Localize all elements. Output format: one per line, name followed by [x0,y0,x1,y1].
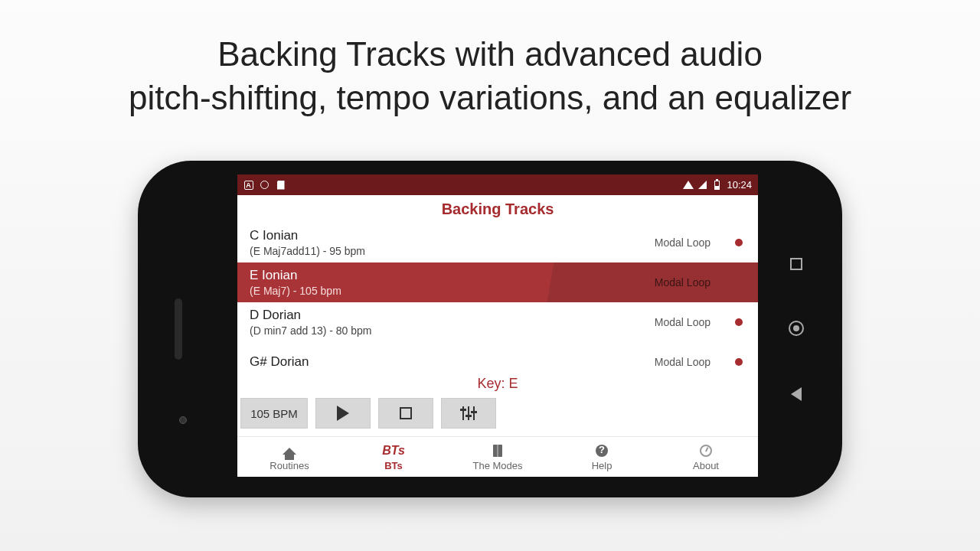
bts-icon: BTs [382,444,405,458]
clock-icon [700,443,712,458]
track-title: C Ionian [250,228,655,243]
recent-apps-button[interactable] [790,258,802,270]
equalizer-icon [462,406,475,420]
phone-frame: A 10:24 Backing Tracks C Ionian (E Maj7a… [138,161,842,497]
track-row[interactable]: G# Dorian Modal Loop [237,342,758,373]
status-bar: A 10:24 [237,174,758,195]
track-title: D Dorian [250,308,655,323]
record-dot-icon [735,358,743,366]
app-screen: A 10:24 Backing Tracks C Ionian (E Maj7a… [237,174,758,477]
home-icon [283,443,296,458]
status-time: 10:24 [727,179,752,191]
headline-line1: Backing Tracks with advanced audio [217,35,763,73]
nav-bts[interactable]: BTs BTs [341,437,446,477]
bpm-button[interactable]: 105 BPM [240,398,308,429]
stop-button[interactable] [378,398,433,429]
book-icon [493,443,502,458]
headline-line2: pitch-shifting, tempo variations, and an… [129,79,851,116]
track-tag: Modal Loop [655,356,710,368]
key-label: Key: E [237,373,758,398]
help-icon [596,443,608,458]
play-button[interactable] [315,398,371,429]
keyboard-icon: A [243,180,253,190]
track-subtitle: (E Maj7) - 105 bpm [250,285,655,297]
equalizer-button[interactable] [441,398,496,429]
track-tag: Modal Loop [655,316,710,328]
battery-icon [712,180,722,190]
record-dot-icon [735,318,743,326]
home-button[interactable] [789,321,804,336]
nav-modes[interactable]: The Modes [446,437,550,477]
signal-icon [697,180,707,190]
app-header: Backing Tracks [237,195,758,223]
front-camera [179,416,187,424]
track-row-selected[interactable]: E Ionian (E Maj7) - 105 bpm Modal Loop [237,262,758,302]
track-list[interactable]: C Ionian (E Maj7add11) - 95 bpm Modal Lo… [237,223,758,373]
play-icon [337,406,349,421]
track-row[interactable]: C Ionian (E Maj7add11) - 95 bpm Modal Lo… [237,223,758,262]
playback-controls: 105 BPM [237,398,758,436]
promo-headline: Backing Tracks with advanced audio pitch… [0,0,980,119]
nav-label: The Modes [472,460,522,471]
wifi-icon [683,180,693,190]
nav-help[interactable]: Help [550,437,654,477]
stop-icon [400,407,412,419]
nav-label: Help [592,460,612,471]
track-subtitle: (D min7 add 13) - 80 bpm [250,324,655,337]
android-nav-buttons [773,161,819,497]
track-title: G# Dorian [250,354,655,370]
nav-label: BTs [384,460,403,471]
speaker-slot [175,298,182,360]
record-dot-icon [735,239,743,246]
nav-about[interactable]: About [654,437,758,477]
track-title: E Ionian [250,268,655,283]
back-button[interactable] [791,387,802,401]
sync-icon [260,180,270,190]
nav-routines[interactable]: Routines [237,437,341,477]
app-title: Backing Tracks [442,201,554,218]
track-subtitle: (E Maj7add11) - 95 bpm [250,245,655,257]
sd-card-icon [276,180,286,190]
track-row[interactable]: D Dorian (D min7 add 13) - 80 bpm Modal … [237,302,758,342]
track-tag: Modal Loop [655,276,710,289]
nav-label: About [693,460,719,471]
nav-label: Routines [270,460,309,471]
bottom-nav: Routines BTs BTs The Modes Help About [237,436,758,477]
track-tag: Modal Loop [655,236,710,249]
